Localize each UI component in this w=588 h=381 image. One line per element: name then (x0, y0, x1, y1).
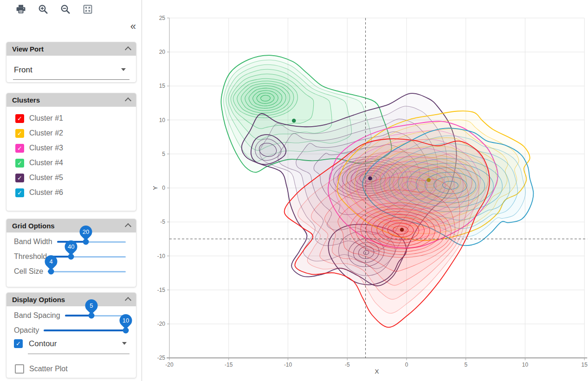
grid-options-panel: Grid Options Band Width20Threshold40Cell… (6, 219, 136, 287)
view-port-panel: View Port Front (6, 42, 136, 83)
cluster-centroid-dot (426, 178, 431, 182)
cluster-checkbox[interactable]: ✓ (15, 174, 24, 182)
density-contour-chart[interactable]: -20-15-10-50510152520151050-5-10-15-20-2… (153, 0, 588, 381)
svg-text:20: 20 (159, 49, 166, 55)
fit-view-icon[interactable] (82, 3, 94, 15)
view-port-selected-value: Front (14, 65, 32, 74)
svg-text:15: 15 (159, 83, 166, 89)
chevron-up-icon[interactable] (125, 97, 131, 104)
cluster-checkbox[interactable]: ✓ (15, 114, 24, 123)
slider-thumb[interactable] (88, 313, 94, 319)
cluster-centroid-dot (292, 119, 296, 123)
slider-row: Threshold40 (14, 249, 126, 264)
contour-checkbox[interactable]: ✓ (14, 339, 23, 348)
clusters-header: Clusters (6, 93, 136, 107)
display-options-title: Display Options (12, 296, 65, 304)
contour-select[interactable]: Contour (28, 339, 129, 354)
slider-track[interactable]: 4 (48, 268, 126, 275)
grid-options-header: Grid Options (6, 219, 136, 232)
cluster-checkbox[interactable]: ✓ (15, 144, 24, 153)
svg-text:X: X (375, 368, 379, 375)
slider-label: Opacity (14, 326, 39, 335)
svg-text:-10: -10 (284, 362, 292, 368)
slider-label: Cell Size (14, 267, 43, 276)
svg-text:-25: -25 (157, 355, 166, 361)
collapse-sidebar-icon[interactable]: « (130, 21, 136, 32)
sidebar: « View Port Front Clusters ✓Cluster #1✓C… (0, 0, 142, 381)
grid-options-title: Grid Options (12, 222, 55, 230)
svg-text:15: 15 (582, 362, 588, 368)
scatter-plot-label[interactable]: Scatter Plot (29, 365, 68, 373)
display-options-panel: Display Options Band Spacing5Opacity10 ✓… (6, 292, 136, 378)
slider-label: Band Width (14, 238, 52, 246)
slider-thumb[interactable] (123, 328, 129, 334)
cluster-row: ✓Cluster #6 (6, 185, 136, 200)
svg-text:-5: -5 (160, 219, 165, 225)
slider-row: Opacity10 (14, 323, 126, 338)
zoom-out-icon[interactable] (59, 3, 71, 15)
slider-track[interactable]: 20 (57, 239, 126, 245)
view-port-title: View Port (12, 45, 44, 53)
cluster-checkbox[interactable]: ✓ (15, 129, 24, 138)
grid-options-sliders: Band Width20Threshold40Cell Size4 (6, 232, 136, 285)
svg-text:-15: -15 (225, 362, 233, 368)
slider-label: Band Spacing (14, 311, 60, 320)
svg-text:-15: -15 (157, 287, 166, 293)
slider-row: Band Spacing5 (14, 308, 126, 323)
cluster-label[interactable]: Cluster #1 (29, 114, 63, 123)
slider-thumb[interactable] (68, 254, 74, 260)
slider-track[interactable]: 5 (65, 312, 126, 319)
cluster-row: ✓Cluster #1 (6, 111, 136, 126)
svg-text:-20: -20 (157, 321, 166, 327)
chevron-up-icon[interactable] (125, 46, 131, 53)
zoom-in-icon[interactable] (37, 3, 49, 15)
svg-text:5: 5 (464, 362, 467, 368)
cluster-label[interactable]: Cluster #4 (29, 159, 63, 167)
cluster-label[interactable]: Cluster #2 (29, 129, 63, 137)
cluster-label[interactable]: Cluster #5 (29, 174, 63, 182)
cluster-label[interactable]: Cluster #3 (29, 144, 63, 152)
svg-text:0: 0 (162, 185, 165, 191)
cluster-row: ✓Cluster #4 (6, 155, 136, 170)
view-port-header: View Port (6, 42, 136, 56)
cluster-row: ✓Cluster #3 (6, 141, 136, 155)
display-options-header: Display Options (6, 293, 136, 306)
slider-row: Cell Size4 (14, 264, 126, 279)
chevron-up-icon[interactable] (125, 297, 131, 304)
slider-track[interactable]: 40 (52, 253, 126, 260)
contour-select-value: Contour (29, 339, 57, 348)
svg-text:5: 5 (162, 151, 165, 157)
scatter-plot-checkbox[interactable] (15, 364, 24, 374)
toolbar (15, 3, 94, 15)
chart-area: -20-15-10-50510152520151050-5-10-15-20-2… (153, 0, 588, 381)
cluster-row: ✓Cluster #2 (6, 126, 136, 141)
print-icon[interactable] (15, 3, 27, 15)
slider-thumb[interactable] (48, 269, 54, 275)
cluster-centroid-dot (368, 176, 372, 181)
clusters-list: ✓Cluster #1✓Cluster #2✓Cluster #3✓Cluste… (6, 107, 136, 208)
svg-text:-5: -5 (345, 362, 350, 368)
cluster-centroid-dot (400, 228, 404, 232)
slider-thumb[interactable] (83, 239, 89, 245)
clusters-title: Clusters (12, 96, 40, 104)
svg-text:-10: -10 (157, 253, 166, 259)
cluster-checkbox[interactable]: ✓ (15, 188, 24, 197)
display-options-sliders: Band Spacing5Opacity10 (6, 306, 136, 338)
svg-text:Y: Y (153, 186, 159, 190)
cluster-row: ✓Cluster #5 (6, 170, 136, 185)
cluster-label[interactable]: Cluster #6 (29, 188, 63, 197)
svg-text:25: 25 (159, 15, 166, 21)
cluster-checkbox[interactable]: ✓ (15, 159, 24, 168)
slider-track[interactable]: 10 (44, 327, 126, 334)
slider-row: Band Width20 (14, 234, 126, 249)
chevron-up-icon[interactable] (125, 223, 131, 230)
svg-text:-20: -20 (165, 362, 174, 368)
chevron-down-icon (122, 342, 127, 345)
slider-label: Threshold (14, 252, 47, 261)
svg-text:10: 10 (522, 362, 529, 368)
clusters-panel: Clusters ✓Cluster #1✓Cluster #2✓Cluster … (6, 93, 136, 211)
svg-text:0: 0 (405, 362, 408, 368)
view-port-select[interactable]: Front (13, 64, 129, 80)
svg-text:10: 10 (159, 117, 166, 123)
chevron-down-icon (121, 68, 126, 71)
